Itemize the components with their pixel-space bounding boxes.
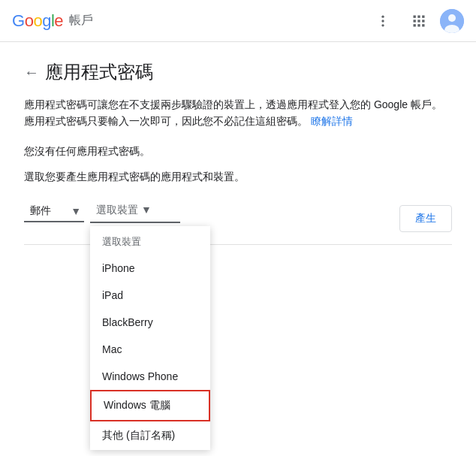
device-dropdown-menu: 選取裝置 iPhone iPad BlackBerry Mac Windows … bbox=[90, 226, 210, 450]
svg-rect-6 bbox=[414, 20, 416, 22]
header: Google 帳戶 bbox=[0, 0, 476, 42]
svg-rect-7 bbox=[417, 20, 420, 22]
header-icons bbox=[368, 6, 464, 36]
svg-rect-4 bbox=[417, 15, 420, 17]
account-label: 帳戶 bbox=[69, 13, 93, 29]
selector-generate-row: 郵件 ▼ 選取裝置 ▼ 選取裝置 iPhone iPad BlackBerry … bbox=[24, 199, 452, 232]
dropdown-item-iphone[interactable]: iPhone bbox=[90, 255, 210, 282]
svg-point-2 bbox=[381, 24, 384, 26]
svg-rect-5 bbox=[422, 15, 424, 17]
select-instruction-text: 選取您要產生應用程式密碼的應用程式和裝置。 bbox=[24, 171, 452, 184]
dropdown-item-windows-phone[interactable]: Windows Phone bbox=[90, 363, 210, 390]
avatar[interactable] bbox=[440, 9, 464, 33]
google-logo: Google 帳戶 bbox=[12, 11, 93, 31]
app-select-wrapper: 郵件 ▼ bbox=[24, 200, 84, 222]
svg-rect-11 bbox=[422, 24, 424, 26]
svg-point-1 bbox=[381, 20, 384, 22]
main-content: ← 應用程式密碼 應用程式密碼可讓您在不支援兩步驟驗證的裝置上，透過應用程式登入… bbox=[0, 42, 476, 275]
description-text: 應用程式密碼可讓您在不支援兩步驟驗證的裝置上，透過應用程式登入您的 Google… bbox=[24, 96, 444, 130]
back-arrow-icon[interactable]: ← bbox=[24, 64, 39, 81]
svg-rect-10 bbox=[417, 24, 420, 26]
device-dropdown-container: 選取裝置 ▼ 選取裝置 iPhone iPad BlackBerry Mac W… bbox=[90, 199, 180, 223]
svg-rect-9 bbox=[414, 24, 416, 26]
dropdown-item-ipad[interactable]: iPad bbox=[90, 282, 210, 309]
svg-rect-3 bbox=[414, 15, 416, 17]
breadcrumb: ← 應用程式密碼 bbox=[24, 60, 452, 84]
dropdown-item-windows-pc[interactable]: Windows 電腦 bbox=[90, 390, 210, 421]
no-passwords-text: 您沒有任何應用程式密碼。 bbox=[24, 145, 452, 159]
svg-rect-8 bbox=[422, 20, 424, 22]
selectors-group: 郵件 ▼ 選取裝置 ▼ 選取裝置 iPhone iPad BlackBerry … bbox=[24, 199, 180, 223]
dropdown-header: 選取裝置 bbox=[90, 226, 210, 255]
apps-icon[interactable] bbox=[404, 6, 434, 36]
svg-point-0 bbox=[381, 15, 384, 17]
svg-point-13 bbox=[448, 14, 456, 22]
app-select[interactable]: 郵件 bbox=[24, 200, 84, 222]
more-options-icon[interactable] bbox=[368, 6, 398, 36]
divider bbox=[24, 244, 452, 245]
dropdown-item-mac[interactable]: Mac bbox=[90, 336, 210, 363]
dropdown-item-other[interactable]: 其他 (自訂名稱) bbox=[90, 421, 210, 450]
dropdown-item-blackberry[interactable]: BlackBerry bbox=[90, 309, 210, 336]
generate-button[interactable]: 產生 bbox=[399, 205, 452, 232]
learn-more-link[interactable]: 瞭解詳情 bbox=[311, 115, 353, 127]
page-title: 應用程式密碼 bbox=[45, 60, 153, 84]
device-select-trigger[interactable]: 選取裝置 ▼ bbox=[90, 199, 180, 223]
